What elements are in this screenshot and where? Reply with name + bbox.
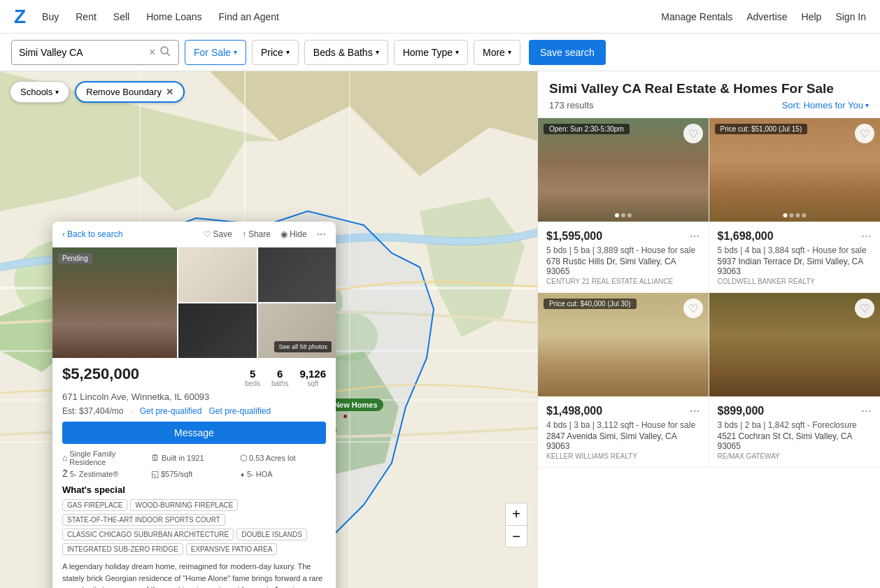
nav-home-loans[interactable]: Home Loans bbox=[146, 11, 201, 22]
clear-icon[interactable]: × bbox=[149, 46, 155, 59]
chevron-down-icon: ▾ bbox=[455, 48, 459, 56]
wishlist-button[interactable]: ♡ bbox=[855, 299, 874, 318]
chevron-down-icon: ▾ bbox=[234, 48, 237, 56]
nav-buy[interactable]: Buy bbox=[42, 11, 59, 22]
zoom-controls: + − bbox=[505, 503, 527, 547]
popup-price-sqft: ◱ $575/sqft bbox=[151, 469, 237, 479]
top-nav: Z Buy Rent Sell Home Loans Find an Agent… bbox=[0, 0, 880, 34]
listing-info: $1,595,000 ··· 5 bds | 5 ba | 3,889 sqft… bbox=[538, 222, 709, 292]
popup-zestimate: Ẑ 5- Zestimate® bbox=[62, 469, 148, 479]
popup-address: 671 Lincoln Ave, Winnetka, IL 60093 bbox=[62, 392, 326, 402]
more-filter[interactable]: More ▾ bbox=[474, 40, 520, 65]
popup-share-button[interactable]: ↑ Share bbox=[242, 228, 271, 241]
listing-agency: CENTURY 21 REAL ESTATE ALLIANCE bbox=[546, 278, 700, 285]
tag-wood-burning: WOOD-BURNING FIREPLACE bbox=[130, 499, 238, 511]
results-header: Simi Valley CA Real Estate & Homes For S… bbox=[538, 71, 880, 118]
remove-boundary-button[interactable]: Remove Boundary ✕ bbox=[75, 81, 185, 103]
popup-main-image[interactable]: Pending bbox=[52, 248, 177, 358]
more-options-icon[interactable]: ··· bbox=[861, 229, 872, 243]
home-type-filter[interactable]: Home Type ▾ bbox=[394, 40, 468, 65]
listing-price: $1,498,000 bbox=[546, 405, 602, 417]
wishlist-button[interactable]: ♡ bbox=[855, 124, 874, 143]
more-options-icon[interactable]: ··· bbox=[861, 403, 872, 418]
listing-card[interactable]: ♡ $899,000 ··· 3 bds | 2 ba | 1,842 sqft… bbox=[709, 293, 881, 468]
search-input-wrap[interactable]: × bbox=[11, 40, 179, 65]
listing-details: 5 bds | 4 ba | 3,884 sqft - House for sa… bbox=[718, 245, 872, 255]
popup-side-image-3[interactable] bbox=[258, 248, 336, 302]
prequalify-link[interactable]: Get pre-qualified bbox=[140, 406, 202, 416]
listing-card[interactable]: Price cut: $40,000 (Jul 30) ♡ $1,498,000… bbox=[538, 293, 709, 468]
popup-prop-type: ⌂ Single Family Residence bbox=[62, 450, 148, 466]
home-icon: ⌂ bbox=[62, 453, 67, 463]
more-options-icon[interactable]: ··· bbox=[689, 403, 700, 418]
wishlist-button[interactable]: ♡ bbox=[683, 299, 703, 318]
search-row: × For Sale ▾ Price ▾ Beds & Baths ▾ Home… bbox=[0, 34, 880, 71]
zoom-in-button[interactable]: + bbox=[505, 503, 527, 525]
map-filter-buttons: Schools ▾ Remove Boundary ✕ bbox=[10, 81, 185, 103]
prequalify-label[interactable]: Get pre-qualified bbox=[208, 406, 271, 416]
nav-sell[interactable]: Sell bbox=[113, 11, 129, 22]
popup-back-button[interactable]: ‹ Back to search bbox=[62, 229, 122, 239]
results-count: 173 results bbox=[549, 100, 594, 110]
popup-price: $5,250,000 bbox=[62, 365, 139, 383]
more-options-icon[interactable]: ··· bbox=[689, 229, 700, 243]
chevron-down-icon: ▾ bbox=[376, 48, 379, 56]
popup-hoa: ⬧ 5- HOA bbox=[240, 469, 326, 479]
save-search-button[interactable]: Save search bbox=[529, 40, 606, 65]
popup-beds-stat: 5 beds bbox=[245, 368, 260, 387]
popup-hide-button[interactable]: ◉ Hide bbox=[281, 228, 307, 241]
listing-image: Open: Sun 2:30-5:30pm ♡ bbox=[538, 118, 709, 222]
listing-address: 5937 Indian Terrace Dr, Simi Valley, CA … bbox=[718, 257, 872, 276]
close-icon[interactable]: ✕ bbox=[166, 87, 173, 97]
calendar-icon: 🗓 bbox=[151, 453, 159, 463]
popup-save-button[interactable]: ♡ Save bbox=[204, 228, 232, 241]
listing-image: Price cut: $40,000 (Jul 30) ♡ bbox=[538, 293, 709, 396]
listing-price: $1,698,000 bbox=[718, 230, 774, 243]
listing-agency: COLDWELL BANKER REALTY bbox=[718, 278, 872, 285]
popup-body: $5,250,000 5 beds 6 baths 9,126 sqft bbox=[52, 358, 336, 588]
nav-advertise[interactable]: Advertise bbox=[746, 11, 787, 22]
search-icon[interactable] bbox=[159, 45, 171, 59]
popup-lot-size: ⬡ 0.53 Acres lot bbox=[240, 450, 326, 466]
nav-rent[interactable]: Rent bbox=[76, 11, 97, 22]
price-filter[interactable]: Price ▾ bbox=[252, 40, 299, 65]
popup-sqft-stat: 9,126 sqft bbox=[299, 368, 326, 387]
listing-details: 3 bds | 2 ba | 1,842 sqft - Foreclosure bbox=[718, 420, 872, 430]
listing-address: 678 Rustic Hills Dr, Simi Valley, CA 930… bbox=[546, 257, 700, 276]
svg-point-0 bbox=[161, 47, 168, 54]
nav-find-agent[interactable]: Find an Agent bbox=[219, 11, 279, 22]
popup-side-image-2[interactable] bbox=[178, 303, 256, 358]
tag-sports-court: STATE-OF-THE-ART INDOOR SPORTS COURT bbox=[62, 514, 225, 526]
listing-address: 4521 Cochran St Ct, Simi Valley, CA 9306… bbox=[718, 431, 872, 451]
nav-help[interactable]: Help bbox=[802, 11, 822, 22]
popup-estimate-row: Est: $37,404/mo · Get pre-qualified Get … bbox=[62, 406, 326, 416]
zoom-out-button[interactable]: − bbox=[505, 525, 527, 547]
map-area[interactable]: Schools ▾ Remove Boundary ✕ 1.70M 1.59M … bbox=[0, 71, 537, 588]
popup-side-image-1[interactable] bbox=[178, 248, 256, 302]
beds-baths-filter[interactable]: Beds & Baths ▾ bbox=[304, 40, 388, 65]
nav-sign-in[interactable]: Sign In bbox=[835, 11, 866, 22]
nav-manage-rentals[interactable]: Manage Rentals bbox=[661, 11, 732, 22]
listing-image: Price cut: $51,000 (Jul 15) ♡ bbox=[709, 118, 881, 222]
listing-card[interactable]: Price cut: $51,000 (Jul 15) ♡ $1,698,000… bbox=[709, 118, 881, 293]
see-all-photos-button[interactable]: See all 58 photos bbox=[274, 341, 332, 352]
popup-year-built: 🗓 Built in 1921 bbox=[151, 450, 237, 466]
sort-button[interactable]: Sort: Homes for You ▾ bbox=[782, 100, 869, 110]
popup-message-button[interactable]: Message bbox=[62, 422, 326, 444]
for-sale-filter[interactable]: For Sale ▾ bbox=[185, 40, 246, 65]
logo: Z bbox=[14, 6, 25, 28]
popup-property-details: ⌂ Single Family Residence 🗓 Built in 192… bbox=[62, 450, 326, 479]
wishlist-button[interactable]: ♡ bbox=[683, 124, 703, 143]
schools-filter-button[interactable]: Schools ▾ bbox=[10, 81, 69, 103]
tag-architecture: CLASSIC CHICAGO SUBURBAN ARCHITECTURE bbox=[62, 529, 234, 540]
listing-card[interactable]: Open: Sun 2:30-5:30pm ♡ $1,595,000 ··· 5… bbox=[538, 118, 709, 293]
zestimate-icon: Ẑ bbox=[62, 469, 68, 479]
listing-badge: Price cut: $40,000 (Jul 30) bbox=[544, 299, 637, 309]
listing-info: $1,698,000 ··· 5 bds | 4 ba | 3,884 sqft… bbox=[709, 222, 881, 292]
save-icon: ♡ bbox=[204, 229, 211, 239]
popup-more-button[interactable]: ··· bbox=[317, 228, 326, 241]
search-input[interactable] bbox=[19, 47, 145, 58]
listing-badge: Open: Sun 2:30-5:30pm bbox=[544, 124, 630, 134]
property-popup: ‹ Back to search ♡ Save ↑ Share ◉ Hide bbox=[52, 222, 336, 588]
share-icon: ↑ bbox=[242, 229, 246, 239]
